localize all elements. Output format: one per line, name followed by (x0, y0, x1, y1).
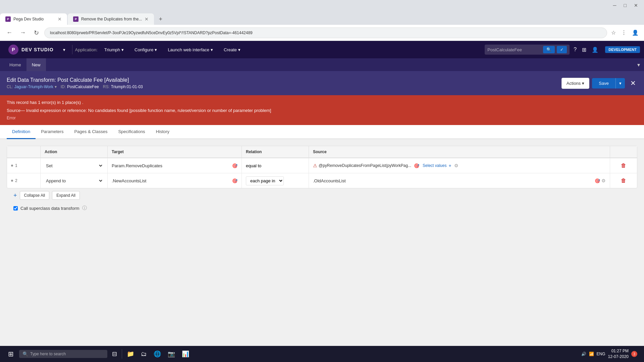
row2-source-input[interactable] (313, 178, 593, 183)
close-button[interactable]: ✕ (629, 78, 637, 88)
superclass-checkbox[interactable] (13, 206, 18, 210)
expand-all-button[interactable]: Expand All (52, 191, 80, 200)
search-button[interactable]: 🔍 (543, 46, 555, 53)
table-row: 2 Append to Set Remove from 🎯 (7, 173, 637, 188)
photos-button[interactable]: 📷 (164, 346, 178, 362)
tab-title-1: Pega Dev Studio (13, 17, 55, 21)
tab-close-2[interactable]: ✕ (145, 16, 149, 22)
settings-button[interactable]: 🗂 (138, 346, 150, 362)
actions-button[interactable]: Actions ▾ (561, 78, 590, 89)
row1-select-values[interactable]: Select values (423, 163, 446, 168)
browser-tab-1[interactable]: P Pega Dev Studio ✕ (0, 13, 67, 25)
row1-num-cell: 1 (7, 158, 41, 173)
taskbar: ⊞ 🔍 ⊟ 📁 🗂 🌐 📷 📊 🔊 📶 ENG 01:27 PM 12-07-2… (0, 346, 644, 362)
row1-action-cell: Set Append to Remove from (41, 158, 108, 173)
user-menu-button[interactable]: 👤 (590, 45, 600, 54)
row2-delete-icon[interactable]: 🗑 (621, 178, 626, 184)
task-view-button[interactable]: ⊟ (109, 346, 120, 362)
tab-close-1[interactable]: ✕ (58, 16, 62, 22)
launch-web-interface-menu[interactable]: Launch web interface ▾ (162, 41, 218, 58)
row2-num: 2 (11, 178, 17, 183)
row1-target-icon[interactable]: 🎯 (232, 163, 237, 168)
row1-add-icon[interactable]: + (448, 163, 451, 168)
row2-action-select[interactable]: Append to Set Remove from (45, 178, 103, 184)
browser-icons: ☆ ⋮ 👤 (610, 28, 640, 37)
nav-separator (72, 45, 72, 54)
forward-button[interactable]: → (17, 27, 28, 38)
studio-dropdown[interactable]: ▾ (58, 41, 71, 58)
notification-badge[interactable]: 3 (631, 351, 637, 357)
id-label: ID: (61, 84, 66, 89)
row2-target-icon[interactable]: 🎯 (232, 178, 237, 183)
date-display: 12-07-2020 (608, 354, 629, 360)
save-button[interactable]: Save (592, 78, 615, 88)
header-info: Edit Data Transform: Post Calculate Fee … (7, 77, 561, 89)
row1-target-input[interactable] (112, 163, 232, 168)
page-title: Edit Data Transform: Post Calculate Fee … (7, 77, 561, 83)
tab-pages-classes[interactable]: Pages & Classes (69, 125, 113, 139)
language-indicator: ENG (597, 352, 605, 356)
back-button[interactable]: ← (4, 27, 15, 38)
bookmark-button[interactable]: ☆ (610, 28, 617, 37)
tab-definition[interactable]: Definition (7, 125, 36, 139)
row1-delete-icon[interactable]: 🗑 (621, 163, 626, 169)
pega-logo-icon: P (8, 44, 19, 55)
help-button[interactable]: ? (572, 45, 578, 54)
browser-controls: ← → ↻ ☆ ⋮ 👤 (0, 25, 644, 41)
tab-parameters[interactable]: Parameters (36, 125, 69, 139)
tab-history[interactable]: History (151, 125, 175, 139)
minimize-button[interactable]: ─ (610, 1, 620, 9)
new-tab-button[interactable]: + (155, 13, 168, 25)
error-title: This record has 1 error(s) in 1 place(s)… (7, 99, 637, 106)
user-profile-button[interactable]: 👤 (631, 28, 640, 37)
create-menu[interactable]: Create ▾ (218, 41, 246, 58)
tabs-bar: Definition Parameters Pages & Classes Sp… (0, 125, 644, 139)
id-value: PostCalculateFee (67, 84, 99, 89)
taskbar-search-input[interactable] (30, 352, 104, 356)
application-dropdown[interactable]: Triumph ▾ (99, 41, 129, 58)
secondary-nav: Home New ▾ (0, 58, 644, 71)
main-content: Action Target Relation Source 1 (0, 139, 644, 350)
refresh-button[interactable]: ↻ (31, 27, 42, 38)
chrome-button[interactable]: 🌐 (150, 346, 164, 362)
configure-menu[interactable]: Configure ▾ (129, 41, 162, 58)
row2-target-input[interactable] (112, 178, 232, 183)
home-nav-button[interactable]: Home (4, 58, 26, 71)
row2-relation-select[interactable]: each page in equal to each item in (246, 176, 284, 185)
expand-nav-button[interactable]: ▾ (637, 62, 640, 68)
superclass-info-icon[interactable]: ⓘ (82, 205, 87, 211)
network-icon[interactable]: 📶 (589, 352, 594, 356)
row2-source-icon[interactable]: 🎯 (595, 178, 600, 183)
address-bar[interactable] (44, 27, 607, 38)
tab-specifications[interactable]: Specifications (113, 125, 150, 139)
volume-icon[interactable]: 🔊 (581, 352, 586, 356)
search-confirm-button[interactable]: ✓ (557, 46, 567, 53)
excel-button[interactable]: 📊 (178, 346, 193, 362)
row2-config-icon[interactable]: ⚙ (601, 178, 606, 183)
data-transform-table: Action Target Relation Source 1 (7, 146, 637, 188)
grid-button[interactable]: ⊞ (581, 45, 588, 54)
start-button[interactable]: ⊞ (4, 346, 18, 362)
header-rs: RS: Triumph:01-01-03 (103, 84, 143, 89)
row1-source-icon[interactable]: 🎯 (414, 163, 419, 168)
launch-label: Launch web interface (168, 47, 209, 52)
row1-source-cell: ⚠ @pyRemoveDuplicatesFromPageList(pyWork… (309, 158, 610, 173)
maximize-button[interactable]: □ (621, 1, 630, 9)
col-target: Target (108, 146, 242, 158)
row1-action-select[interactable]: Set Append to Remove from (45, 163, 103, 169)
save-dropdown-button[interactable]: ▾ (615, 78, 625, 88)
new-nav-button[interactable]: New (26, 58, 46, 71)
bookmark-list-button[interactable]: ⋮ (620, 28, 628, 37)
file-explorer-button[interactable]: 📁 (123, 346, 138, 362)
taskbar-search-icon: 🔍 (22, 351, 28, 357)
close-window-button[interactable]: ✕ (631, 1, 641, 9)
cl-value[interactable]: Jaguar-Triumph-Work (14, 84, 53, 89)
add-row-button[interactable]: + (13, 192, 17, 199)
row1-config-icon[interactable]: ⚙ (454, 163, 459, 168)
app-content: P DEV STUDIO ▾ Application: Triumph ▾ Co… (0, 41, 644, 362)
search-input[interactable] (487, 47, 541, 52)
row2-relation-cell: each page in equal to each item in (242, 173, 309, 188)
collapse-all-button[interactable]: Collapse All (20, 191, 50, 200)
browser-tab-2[interactable]: P Remove the Duplicates from the... ✕ (68, 13, 154, 25)
row2-delete-cell: 🗑 (610, 173, 637, 188)
